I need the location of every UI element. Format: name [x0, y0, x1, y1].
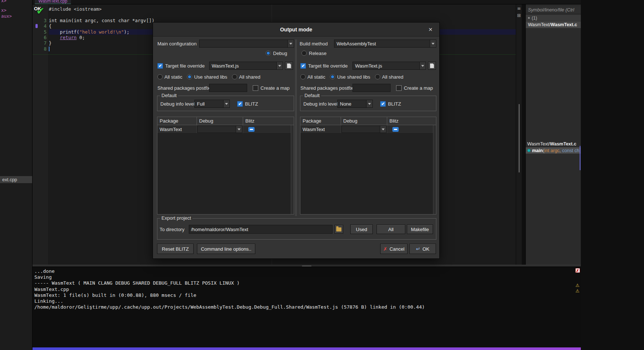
cell-package: WasmText: [157, 125, 197, 133]
warning-icon[interactable]: ⚠: [576, 288, 580, 294]
radio-use-shared-libs[interactable]: Use shared libs: [187, 74, 227, 80]
folder-icon: [336, 227, 341, 231]
create-a-map-checkbox-right[interactable]: Create a map: [396, 84, 433, 92]
target-file-select-left[interactable]: WasmText.js: [209, 62, 283, 70]
row-debug-select[interactable]: [197, 126, 242, 133]
blitz-flag-icon[interactable]: [248, 127, 255, 132]
blitz-flag-icon[interactable]: [392, 127, 399, 132]
cancel-button[interactable]: ✗ Cancel: [380, 244, 408, 254]
table-scrollbar[interactable]: [291, 125, 294, 214]
radio-debug[interactable]: Debug: [266, 50, 287, 56]
radio-dot-icon: [375, 74, 380, 79]
console-splitter[interactable]: [33, 265, 581, 267]
ok-button[interactable]: ↵ OK: [409, 244, 436, 254]
build-ok-check-icon: ✔: [36, 6, 45, 16]
left-tab-fragment[interactable]: x>: [1, 8, 6, 13]
chevron-down-icon[interactable]: [276, 62, 283, 69]
close-icon[interactable]: ✕: [425, 23, 436, 37]
column-debug[interactable]: Debug: [341, 117, 387, 125]
chevron-down-icon[interactable]: [223, 100, 229, 107]
chevron-down-icon[interactable]: [287, 40, 294, 47]
main-configuration-select[interactable]: [199, 40, 294, 48]
console-hscrollbar[interactable]: [33, 347, 581, 350]
target-file-select-right[interactable]: WasmText.js: [352, 62, 426, 70]
blitz-checkbox-right[interactable]: ✔ BLITZ: [380, 100, 401, 108]
console-line: ...done: [34, 268, 573, 274]
table-scrollbar[interactable]: [433, 125, 436, 214]
scrollbar-thumb[interactable]: [519, 104, 519, 172]
warning-icon[interactable]: ⚠: [576, 283, 580, 288]
build-method-select[interactable]: WebAssemblyTest: [334, 40, 436, 48]
postfix-input-left[interactable]: [209, 84, 247, 92]
chevron-down-icon[interactable]: [366, 100, 372, 107]
radio-all-shared[interactable]: All shared: [375, 74, 403, 80]
create-a-map-checkbox-left[interactable]: Create a map: [253, 84, 290, 92]
match-count-row[interactable]: (1): [526, 15, 581, 21]
radio-all-shared[interactable]: All shared: [232, 74, 260, 80]
chevron-down-icon[interactable]: [380, 126, 386, 133]
directory-browse-button[interactable]: [334, 225, 343, 234]
file-tab-label: WasmText.cpp: [38, 0, 67, 4]
to-directory-input[interactable]: [189, 225, 333, 234]
column-blitz[interactable]: Blitz: [243, 117, 294, 125]
error-close-icon[interactable]: ✗: [575, 268, 580, 273]
export-makefile-button[interactable]: Makefile: [407, 224, 433, 234]
debug-info-level-select-left[interactable]: Full: [194, 100, 230, 108]
column-package[interactable]: Package: [300, 117, 341, 125]
postfix-input-right[interactable]: [352, 84, 391, 92]
select-value: [198, 126, 236, 133]
editor-scrollbar[interactable]: ≡ ⊞: [516, 4, 522, 265]
target-file-override-checkbox-left[interactable]: ✔ Target file override: [157, 62, 205, 70]
symbol-row-main[interactable]: main(int argc, const ch: [526, 147, 581, 154]
chevron-down-icon[interactable]: [430, 40, 436, 47]
checkbox-checked-icon: ✔: [300, 63, 306, 69]
blitz-checkbox-left[interactable]: ✔ BLITZ: [237, 100, 258, 108]
console-line: WasmText: 1 file(s) built in (0:00.88), …: [34, 292, 573, 298]
checkbox-checked-icon: ✔: [237, 101, 243, 107]
splitter-grip-icon[interactable]: [302, 265, 311, 267]
console-line: Saving: [34, 274, 573, 280]
cell-debug: [197, 125, 243, 133]
file-browse-button-right[interactable]: [428, 62, 436, 70]
column-debug[interactable]: Debug: [197, 117, 243, 125]
table-row[interactable]: WasmText: [300, 125, 436, 134]
select-value: WasmText.js: [209, 62, 276, 69]
column-blitz[interactable]: Blitz: [387, 117, 436, 125]
radio-all-static[interactable]: All static: [300, 74, 325, 80]
radio-dot-icon: [301, 51, 307, 56]
select-value: WasmText.js: [353, 62, 419, 69]
console-line: WasmText.cpp: [34, 286, 573, 292]
radio-use-shared-libs[interactable]: Use shared libs: [330, 74, 370, 80]
file-tab-wasmtext[interactable]: WasmText.cpp: [35, 0, 71, 4]
export-used-button[interactable]: Used: [350, 224, 373, 234]
column-package[interactable]: Package: [157, 117, 197, 125]
panel-scrollbar-thumb[interactable]: [580, 146, 580, 170]
file-tab-extcpp[interactable]: ext.cpp: [0, 176, 32, 183]
table-row[interactable]: WasmText: [157, 125, 294, 134]
file-browse-button-left[interactable]: [285, 62, 293, 70]
checkbox-checked-icon: ✔: [157, 63, 163, 69]
chevron-down-icon[interactable]: [236, 126, 242, 133]
column-splitter[interactable]: [295, 40, 297, 216]
symbol-search-header[interactable]: Symbol/lineno/file (Ctrl: [526, 6, 581, 14]
file-result-row[interactable]: WasmText/WasmText.c: [526, 21, 581, 28]
table-header: Package Debug Blitz: [157, 117, 294, 125]
command-line-options-button[interactable]: Command line options..: [197, 244, 255, 254]
menu-icon[interactable]: ≡: [516, 6, 522, 11]
split-icon[interactable]: ⊞: [516, 13, 522, 18]
link-mode-radios-left: All static Use shared libs All shared: [157, 73, 260, 80]
target-file-override-checkbox-right[interactable]: ✔ Target file override: [300, 62, 348, 70]
radio-release[interactable]: Release: [301, 50, 327, 56]
left-tab-fragment[interactable]: aux>: [1, 14, 12, 19]
chevron-down-icon[interactable]: [419, 62, 426, 69]
main-configuration-label: Main configuration: [157, 40, 197, 48]
radio-all-static[interactable]: All static: [157, 74, 182, 80]
row-debug-select[interactable]: [341, 126, 386, 133]
left-tab-fragment[interactable]: x>: [1, 0, 6, 3]
radio-dot-icon: [330, 74, 335, 79]
package-table-left: Package Debug Blitz WasmText: [157, 117, 294, 215]
debug-info-level-select-right[interactable]: None: [337, 100, 373, 108]
reset-blitz-button[interactable]: Reset BLITZ: [157, 244, 194, 254]
build-console[interactable]: ...doneSaving----- WasmText ( MAIN CLANG…: [33, 265, 581, 350]
export-all-button[interactable]: All: [376, 224, 405, 234]
